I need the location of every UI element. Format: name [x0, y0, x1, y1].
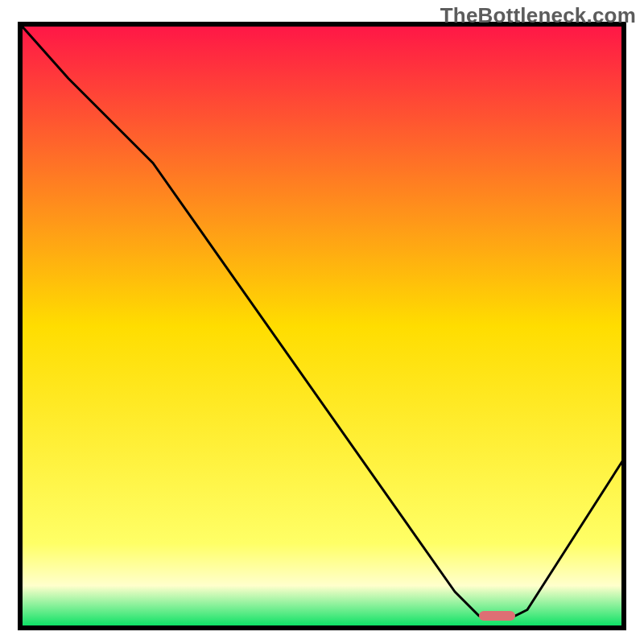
optimal-range-marker [479, 611, 515, 621]
bottleneck-chart [0, 0, 644, 644]
gradient-background [20, 24, 624, 628]
watermark-text: TheBottleneck.com [440, 3, 636, 28]
chart-container: TheBottleneck.com [0, 0, 644, 644]
